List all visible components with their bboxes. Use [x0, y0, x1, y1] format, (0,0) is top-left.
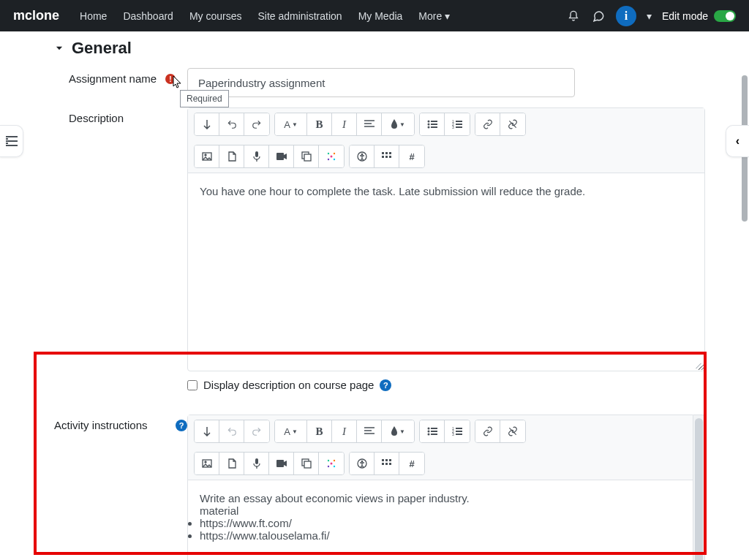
sparkle-button[interactable]: [319, 145, 344, 167]
image-button[interactable]: [195, 453, 219, 474]
svg-point-22: [205, 154, 206, 156]
microphone-button[interactable]: [244, 453, 269, 474]
edit-mode-label: Edit mode: [662, 10, 708, 22]
numbered-list-button[interactable]: 123: [445, 113, 470, 135]
svg-point-31: [328, 159, 329, 160]
field-description: A▼ B I ▼ 123: [187, 107, 705, 404]
svg-rect-63: [304, 461, 311, 468]
nav-link-siteadmin[interactable]: Site administration: [257, 10, 342, 22]
svg-point-8: [427, 121, 429, 123]
description-textarea[interactable]: You have one hour to complete the task. …: [188, 173, 704, 371]
description-text: You have one hour to complete the task. …: [200, 185, 585, 197]
alignment-button[interactable]: [357, 113, 382, 135]
drawer-toggle-right[interactable]: ‹: [726, 125, 749, 157]
field-activity-instructions: A▼ B I ▼ 123: [187, 415, 705, 560]
file-button[interactable]: [219, 145, 244, 167]
grid-button[interactable]: [374, 145, 399, 167]
undo-button[interactable]: [219, 420, 244, 442]
paragraph-style-button[interactable]: A▼: [275, 113, 307, 135]
svg-rect-71: [382, 459, 384, 461]
edit-mode-toggle[interactable]: Edit mode: [662, 10, 736, 22]
svg-rect-19: [456, 126, 462, 128]
brand-logo[interactable]: mclone: [13, 8, 59, 23]
nav-link-home[interactable]: Home: [80, 10, 107, 22]
field-assignment-name: ! Required: [187, 68, 705, 97]
undo-button[interactable]: [219, 113, 244, 135]
nav-link-more[interactable]: More ▾: [418, 10, 450, 22]
section-header-general[interactable]: General: [54, 39, 705, 58]
bold-button[interactable]: B: [307, 113, 332, 135]
drawer-toggle-left[interactable]: [0, 125, 23, 157]
instructions-link-1[interactable]: https://www.ft.com/: [200, 517, 292, 529]
page-body: ‹ General Assignment name ! Required Des…: [0, 31, 749, 560]
sparkle-button[interactable]: [319, 453, 344, 474]
accessibility-button[interactable]: [350, 453, 374, 474]
copy-button[interactable]: [294, 145, 319, 167]
nav-link-mymedia[interactable]: My Media: [358, 10, 403, 22]
resize-handle-icon[interactable]: [693, 359, 703, 369]
svg-rect-74: [382, 463, 384, 465]
unlink-button[interactable]: [500, 113, 525, 135]
link-button[interactable]: [475, 113, 500, 135]
svg-rect-75: [385, 463, 388, 465]
chevron-down-icon[interactable]: ▾: [647, 10, 652, 22]
expand-toolbar-button[interactable]: [195, 420, 219, 442]
file-button[interactable]: [219, 453, 244, 474]
instructions-textarea[interactable]: Write an essay about economic views in p…: [188, 480, 693, 560]
paragraph-style-button[interactable]: A▼: [275, 420, 307, 442]
hash-button[interactable]: #: [399, 453, 424, 474]
image-button[interactable]: [195, 145, 219, 167]
svg-point-29: [328, 153, 329, 154]
bell-icon[interactable]: [566, 9, 581, 23]
svg-point-66: [334, 460, 335, 461]
svg-point-67: [328, 466, 329, 467]
required-icon: !: [165, 74, 176, 84]
svg-rect-40: [389, 156, 391, 158]
svg-text:3: 3: [452, 125, 454, 129]
instructions-link-2[interactable]: https://www.talouselama.fi/: [200, 529, 330, 542]
nav-right: i ▾ Edit mode: [566, 6, 736, 26]
text-color-button[interactable]: ▼: [382, 113, 414, 135]
italic-button[interactable]: I: [332, 113, 357, 135]
video-button[interactable]: [269, 453, 294, 474]
alignment-button[interactable]: [357, 420, 382, 442]
label-activity-instructions-text: Activity instructions: [54, 419, 148, 431]
video-button[interactable]: [269, 145, 294, 167]
copy-button[interactable]: [294, 453, 319, 474]
expand-toolbar-button[interactable]: [195, 113, 219, 135]
nav-link-dashboard[interactable]: Dashboard: [123, 10, 173, 22]
svg-point-70: [361, 461, 363, 463]
redo-button[interactable]: [244, 420, 269, 442]
grid-button[interactable]: [374, 453, 399, 474]
link-button[interactable]: [475, 420, 500, 442]
text-color-button[interactable]: ▼: [382, 420, 414, 442]
chevron-down-icon: [54, 43, 64, 53]
svg-rect-39: [385, 156, 388, 158]
bold-button[interactable]: B: [307, 420, 332, 442]
row-activity-instructions: Activity instructions ? A▼: [44, 415, 705, 560]
svg-rect-55: [456, 434, 462, 435]
user-avatar[interactable]: i: [616, 6, 636, 26]
redo-button[interactable]: [244, 113, 269, 135]
label-activity-instructions: Activity instructions ?: [44, 415, 187, 431]
instructions-scrollbar[interactable]: [693, 415, 705, 560]
numbered-list-button[interactable]: 123: [445, 420, 470, 442]
nav-link-mycourses[interactable]: My courses: [189, 10, 242, 22]
bullet-list-button[interactable]: [420, 420, 445, 442]
instructions-editor: A▼ B I ▼ 123: [187, 415, 693, 560]
hash-button[interactable]: #: [399, 145, 424, 167]
microphone-button[interactable]: [244, 145, 269, 167]
svg-rect-35: [382, 152, 384, 154]
unlink-button[interactable]: [500, 420, 525, 442]
display-description-checkbox[interactable]: [187, 380, 197, 390]
speech-bubble-icon[interactable]: [591, 9, 606, 23]
accessibility-button[interactable]: [350, 145, 374, 167]
toggle-switch-icon[interactable]: [714, 10, 736, 22]
help-icon[interactable]: ?: [176, 420, 187, 431]
svg-point-64: [331, 463, 333, 465]
bullet-list-button[interactable]: [420, 113, 445, 135]
assignment-name-input[interactable]: [187, 68, 575, 97]
italic-button[interactable]: I: [332, 420, 357, 442]
svg-point-65: [328, 460, 329, 461]
help-icon[interactable]: ?: [380, 379, 391, 391]
